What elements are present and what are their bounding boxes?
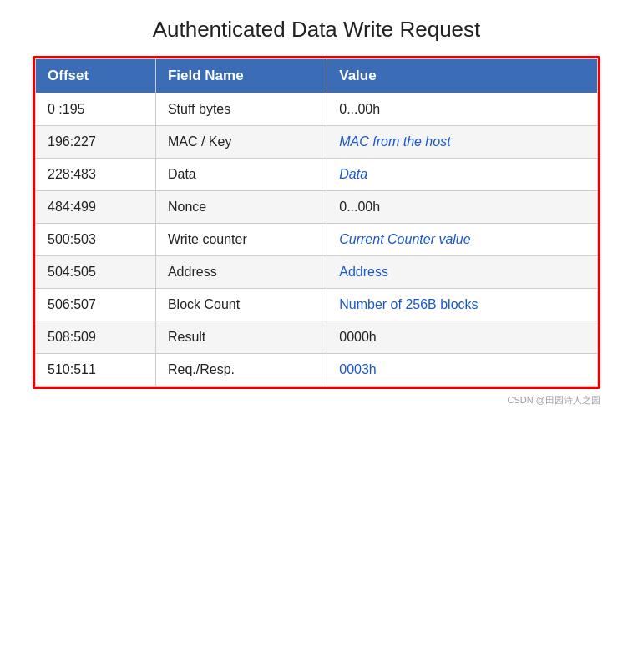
cell-value: 0003h <box>327 354 598 387</box>
table-row: 508:509Result0000h <box>36 321 598 354</box>
cell-value: 0000h <box>327 321 598 354</box>
cell-value: Number of 256B blocks <box>327 289 598 321</box>
table-container: Offset Field Name Value 0 :195Stuff byte… <box>33 56 600 389</box>
cell-field: Block Count <box>155 289 327 321</box>
cell-offset: 510:511 <box>36 354 156 387</box>
cell-offset: 500:503 <box>36 224 156 256</box>
header-field-name: Field Name <box>155 59 327 93</box>
header-offset: Offset <box>36 59 156 93</box>
cell-value: Current Counter value <box>327 224 598 256</box>
cell-field: Address <box>155 256 327 289</box>
cell-value: 0...00h <box>327 93 598 126</box>
table-row: 500:503Write counterCurrent Counter valu… <box>36 224 598 256</box>
cell-offset: 0 :195 <box>36 93 156 126</box>
page-title: Authenticated Data Write Request <box>153 17 481 43</box>
cell-offset: 504:505 <box>36 256 156 289</box>
cell-offset: 508:509 <box>36 321 156 354</box>
cell-field: Nonce <box>155 191 327 224</box>
cell-field: MAC / Key <box>155 126 327 159</box>
cell-value: 0...00h <box>327 191 598 224</box>
table-row: 196:227MAC / KeyMAC from the host <box>36 126 598 159</box>
data-table: Offset Field Name Value 0 :195Stuff byte… <box>35 58 598 387</box>
cell-value: Address <box>327 256 598 289</box>
watermark: CSDN @田园诗人之园 <box>33 394 600 407</box>
cell-offset: 506:507 <box>36 289 156 321</box>
cell-offset: 196:227 <box>36 126 156 159</box>
cell-field: Stuff bytes <box>155 93 327 126</box>
table-row: 504:505AddressAddress <box>36 256 598 289</box>
cell-field: Req./Resp. <box>155 354 327 387</box>
table-row: 228:483DataData <box>36 159 598 191</box>
table-row: 506:507Block CountNumber of 256B blocks <box>36 289 598 321</box>
table-row: 510:511Req./Resp.0003h <box>36 354 598 387</box>
cell-field: Result <box>155 321 327 354</box>
cell-value: MAC from the host <box>327 126 598 159</box>
cell-field: Write counter <box>155 224 327 256</box>
cell-offset: 228:483 <box>36 159 156 191</box>
table-row: 484:499Nonce0...00h <box>36 191 598 224</box>
table-header-row: Offset Field Name Value <box>36 59 598 93</box>
cell-value: Data <box>327 159 598 191</box>
table-row: 0 :195Stuff bytes0...00h <box>36 93 598 126</box>
cell-offset: 484:499 <box>36 191 156 224</box>
page-wrapper: Authenticated Data Write Request Offset … <box>17 17 616 407</box>
header-value: Value <box>327 59 598 93</box>
cell-field: Data <box>155 159 327 191</box>
